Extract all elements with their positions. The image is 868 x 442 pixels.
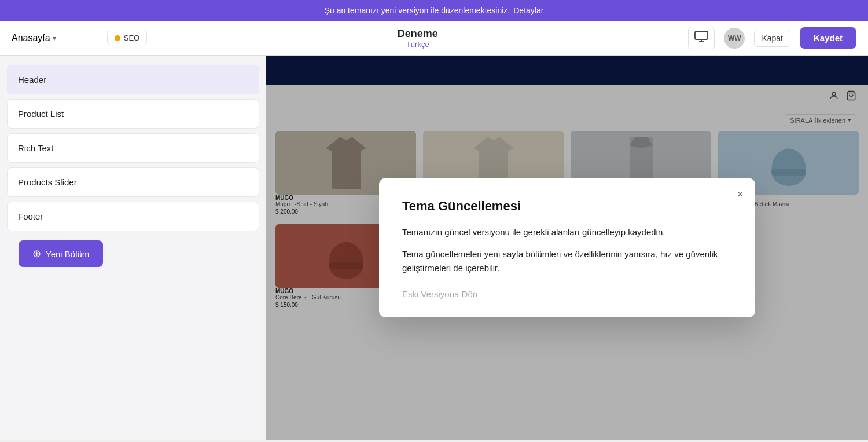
plus-icon: ⊕: [32, 247, 41, 260]
main-layout: Header Product List Rich Text Products S…: [0, 56, 868, 440]
page-name-label: Anasayfa: [12, 33, 50, 43]
avatar: WW: [724, 28, 745, 49]
header-left: Anasayfa ▾ SEO: [12, 31, 147, 45]
page-selector[interactable]: Anasayfa ▾: [12, 33, 56, 43]
modal-description-2: Tema güncellemeleri yeni sayfa bölümleri…: [402, 247, 732, 275]
banner-link[interactable]: Detaylar: [513, 6, 543, 15]
modal-title: Tema Güncellemesi: [402, 199, 732, 214]
new-section-label: Yeni Bölüm: [46, 249, 89, 259]
close-button[interactable]: Kapat: [754, 30, 790, 47]
seo-status-dot: [115, 35, 120, 41]
seo-label: SEO: [124, 34, 139, 42]
header-right: WW Kapat Kaydet: [688, 27, 856, 49]
sidebar-item-footer[interactable]: Footer: [7, 202, 259, 231]
sidebar-item-product-list-label: Product List: [18, 109, 64, 119]
sidebar: Header Product List Rich Text Products S…: [0, 56, 266, 440]
modal-overlay: Tema Güncellemesi × Temanızın güncel ver…: [266, 56, 868, 440]
revert-version-link[interactable]: Eski Versiyona Dön: [402, 289, 732, 299]
site-title: Deneme: [398, 28, 438, 40]
seo-button[interactable]: SEO: [107, 31, 147, 45]
sidebar-item-products-slider[interactable]: Products Slider: [7, 167, 259, 197]
sidebar-item-product-list[interactable]: Product List: [7, 99, 259, 129]
sidebar-item-rich-text[interactable]: Rich Text: [7, 133, 259, 163]
sidebar-item-rich-text-label: Rich Text: [18, 143, 53, 153]
svg-rect-0: [695, 31, 708, 39]
save-button[interactable]: Kaydet: [800, 27, 856, 49]
site-language: Türkçe: [406, 40, 429, 49]
sidebar-item-header[interactable]: Header: [7, 65, 259, 94]
banner-text: Şu an temanızı yeni versiyon ile düzenle…: [325, 6, 510, 15]
modal-description-1: Temanızın güncel versiyonu ile gerekli a…: [402, 225, 732, 239]
sidebar-item-products-slider-label: Products Slider: [18, 177, 77, 187]
new-section-button[interactable]: ⊕ Yeni Bölüm: [19, 240, 103, 267]
chevron-down-icon: ▾: [53, 34, 56, 42]
preview-device-icon[interactable]: [688, 27, 715, 49]
header-center: Deneme Türkçe: [147, 28, 688, 49]
modal-close-button[interactable]: ×: [737, 188, 744, 200]
sidebar-item-header-label: Header: [18, 75, 46, 85]
theme-update-modal: Tema Güncellemesi × Temanızın güncel ver…: [379, 178, 755, 317]
top-banner: Şu an temanızı yeni versiyon ile düzenle…: [0, 0, 868, 21]
preview-area: SIRALA İlk eklenen ▾ MUGO Mugo T-Shirt -…: [266, 56, 868, 440]
header-bar: Anasayfa ▾ SEO Deneme Türkçe WW Kapat Ka…: [0, 21, 868, 56]
sidebar-item-footer-label: Footer: [18, 211, 43, 221]
